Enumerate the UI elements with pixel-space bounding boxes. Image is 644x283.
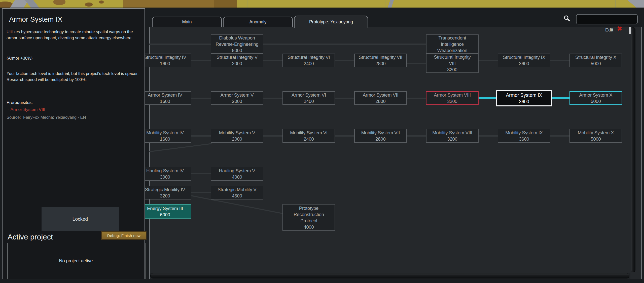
debug-finish-button[interactable]: Debug: Finish now (101, 231, 147, 240)
edit-button[interactable]: Edit (605, 27, 613, 33)
tech-level-note: Your faction tech level is industrial, b… (7, 71, 140, 83)
terrain-seam (247, 0, 247, 8)
terrain-patch (85, 3, 93, 7)
search-input[interactable] (576, 14, 638, 24)
project-bonus: (Armor +30%) (7, 55, 140, 61)
source-row: Source: FairyFox Mecha: Yexiaoyang - EN (7, 115, 86, 120)
game-world-strip (0, 0, 644, 8)
active-project-box: No project active. (7, 243, 146, 279)
tab-main[interactable]: Main (152, 17, 222, 27)
prerequisites-label: Prerequisites: (7, 100, 33, 105)
prerequisite-item[interactable]: - Armor System VIII (8, 107, 45, 112)
tab-anomaly[interactable]: Anomaly (223, 17, 293, 27)
road (24, 0, 42, 8)
terrain-seam (385, 0, 385, 8)
source-value: FairyFox Mecha: Yexiaoyang - EN (23, 115, 86, 119)
search-icon (563, 15, 570, 22)
edit-x-icon[interactable]: ✖ (617, 25, 622, 32)
tab-prototype[interactable]: Prototype: Yexiaoyang (294, 16, 368, 28)
no-project-message: No project active. (59, 258, 94, 264)
horizontal-scrollbar-thumb[interactable] (150, 273, 629, 278)
project-description: Utilizes hyperspace technology to create… (7, 29, 140, 41)
terrain-patch (99, 1, 104, 4)
road (387, 0, 395, 8)
terrain-field (214, 0, 237, 8)
road (627, 0, 644, 8)
vertical-scrollbar[interactable] (631, 27, 635, 272)
locked-button[interactable]: Locked (42, 207, 119, 231)
active-project-heading: Active project (8, 233, 53, 241)
terrain-seam (615, 0, 616, 8)
research-tree-panel (149, 27, 642, 279)
terrain-patch (53, 0, 65, 5)
source-label: Source: (7, 115, 21, 119)
project-title: Armor System IX (9, 15, 62, 23)
project-info-panel: Armor System IX Utilizes hyperspace tech… (2, 8, 145, 279)
